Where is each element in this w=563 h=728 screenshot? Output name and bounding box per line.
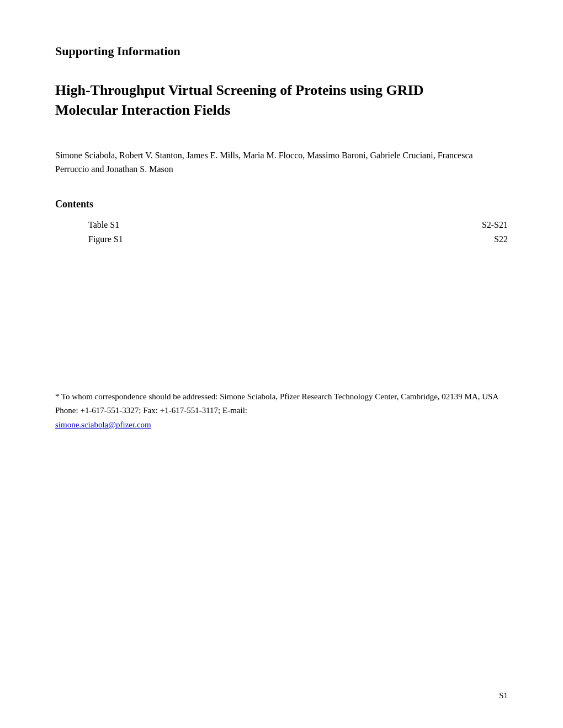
contents-item-2-label: Figure S1: [55, 232, 282, 247]
contents-table: Table S1 S2-S21 Figure S1 S22: [55, 218, 508, 247]
footnote-text: * To whom correspondence should be addre…: [55, 392, 498, 415]
footnote: * To whom correspondence should be addre…: [55, 390, 508, 432]
main-title-line1: High-Throughput Virtual Screening of Pro…: [55, 82, 423, 98]
contents-item-1-pages: S2-S21: [282, 218, 508, 232]
contents-section: Contents Table S1 S2-S21 Figure S1 S22: [55, 199, 508, 247]
supporting-info-heading: Supporting Information: [55, 44, 508, 58]
main-title: High-Throughput Virtual Screening of Pro…: [55, 81, 508, 121]
contents-heading: Contents: [55, 199, 508, 210]
authors-text: Simone Sciabola, Robert V. Stanton, Jame…: [55, 148, 508, 176]
page-number: S1: [499, 691, 508, 700]
table-row: Table S1 S2-S21: [55, 218, 508, 232]
document-page: Supporting Information High-Throughput V…: [0, 0, 563, 728]
contents-item-1-label: Table S1: [55, 218, 282, 232]
main-title-line2: Molecular Interaction Fields: [55, 102, 230, 118]
contents-item-2-pages: S22: [282, 232, 508, 247]
table-row: Figure S1 S22: [55, 232, 508, 247]
email-link[interactable]: simone.sciabola@pfizer.com: [55, 420, 151, 429]
